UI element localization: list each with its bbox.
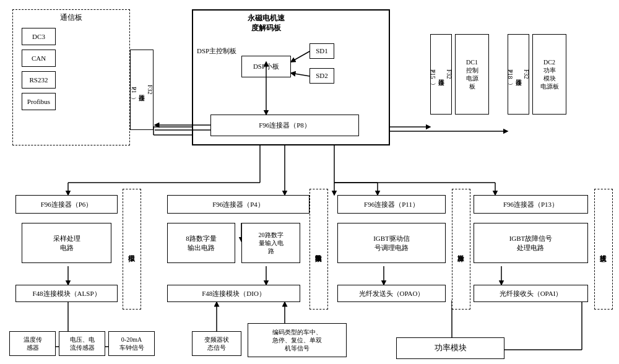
f96-p4-box: F96连接器（P4） [167,195,310,214]
comm-board-label: 通信板 [60,13,82,23]
sd1-box: SD1 [310,43,334,59]
igbt-drive-box: IGBT驱动信 号调理电路 [337,223,446,263]
f96-p13-box: F96连接器（P13） [474,195,588,214]
f96-p11-label: F96连接器（P11） [364,200,419,209]
diagram: 通信板 DC3 CAN RS232 Profibus F32 连接器 （P1） … [0,0,619,364]
fiber-recv-box: 光纤接收头（OPAI） [474,285,588,302]
sample-circuit-box: 采样处理 电路 [22,223,111,263]
dc3-label: DC3 [32,32,45,41]
profibus-label: Profibus [27,97,50,106]
f96-p8-box: F96连接器（P8） [210,115,359,136]
dc2-power-box: DC2 功率 模块 电源板 [532,34,566,115]
motor-decode-box: 永磁电机速 度解码板 [210,11,322,36]
rs232-box: RS232 [22,71,56,89]
dc3-box: DC3 [22,28,56,45]
sd1-label: SD1 [316,46,328,55]
f32-p18-label: F32 连接器 （P18） [506,69,530,79]
vfd-status-box: 变频器状 态信号 [192,331,241,356]
status-fb-board-outer: 状态反馈板 [594,189,613,310]
rs232-label: RS232 [30,76,48,84]
f48-dio-box: F48连接模块（DIO） [167,285,300,302]
igbt-fault-label: IGBT故障信号 处理电路 [509,234,553,252]
dc1-ctrl-box: DC1 控制 电源 板 [455,34,489,115]
f48-dio-label: F48连接模块（DIO） [202,289,266,298]
f48-alsp-label: F48连接模块（ALSP） [32,289,100,298]
encoder-signal-box: 编码类型的车中、 急停、复位、单双 机等信号 [248,323,347,357]
volt-curr-sensor-box: 电压、电 流传感器 [59,331,105,356]
vfd-status-label: 变频器状 态信号 [204,336,229,352]
digital-out-8-box: 8路数字量 输出电路 [167,223,235,263]
digital-in-20-box: 20路数字 量输入电 路 [241,223,300,263]
f96-p6-label: F96连接器（P6） [41,200,93,209]
can-label: CAN [32,54,46,63]
f96-p4-label: F96连接器（P4） [212,200,264,209]
dc1-ctrl-label: DC1 控制 电源 板 [466,58,478,90]
power-module-box: 功率模块 [396,337,504,359]
fiber-send-box: 光纤发送头（OPAO） [337,285,446,302]
sd2-label: SD2 [316,71,328,80]
f32-p1-box: F32 连接器 （P1） [130,50,154,130]
sample-circuit-label: 采样处理 电路 [53,234,80,252]
temp-sensor-label: 温度传 感器 [24,336,42,352]
power-module-label: 功率模块 [435,343,467,353]
sd2-box: SD2 [310,68,334,84]
temp-sensor-box: 温度传 感器 [9,331,56,356]
profibus-box: Profibus [22,93,56,110]
analog-board-outer: 模拟量板 [123,189,141,310]
f96-p11-box: F96连接器（P11） [337,195,446,214]
f32-p18-box: F32 连接器 （P18） [508,34,529,115]
dsp-small-box: DSP小板 [241,56,291,77]
f32-p1-label: F32 连接器 （P1） [130,85,154,95]
ma-clock-box: 0-20mA 车钟信号 [108,331,155,356]
igbt-fault-box: IGBT故障信号 处理电路 [474,223,588,263]
f48-alsp-box: F48连接模块（ALSP） [15,285,118,302]
can-box: CAN [22,50,56,67]
volt-curr-sensor-label: 电压、电 流传感器 [70,336,95,352]
digital-in-20-label: 20路数字 量输入电 路 [259,231,284,255]
f96-p13-label: F96连接器（P13） [503,200,558,209]
dsp-main-label: DSP主控制板 [197,46,236,56]
ma-clock-label: 0-20mA 车钟信号 [119,336,144,352]
digital-io-board-outer: 数字量输入输出板 [310,189,328,310]
f32-p15-box: F32 连接器 （P15） [430,34,452,115]
f32-p15-label: F32 连接器 （P15） [429,69,453,79]
encoder-signal-label: 编码类型的车中、 急停、复位、单双 机等信号 [272,328,322,352]
digital-out-8-label: 8路数字量 输出电路 [186,234,217,252]
fiber-recv-label: 光纤接收头（OPAI） [500,289,563,298]
f96-p6-box: F96连接器（P6） [15,195,118,214]
motor-decode-label: 永磁电机速 度解码板 [248,14,285,33]
pulse-send-board-outer: 脉冲发送板 [452,189,470,310]
igbt-drive-label: IGBT驱动信 号调理电路 [373,234,410,252]
f96-p8-label: F96连接器（P8） [259,121,311,129]
dc2-power-label: DC2 功率 模块 电源板 [540,58,559,90]
fiber-send-label: 光纤发送头（OPAO） [359,289,425,298]
dsp-small-label: DSP小板 [253,62,279,71]
